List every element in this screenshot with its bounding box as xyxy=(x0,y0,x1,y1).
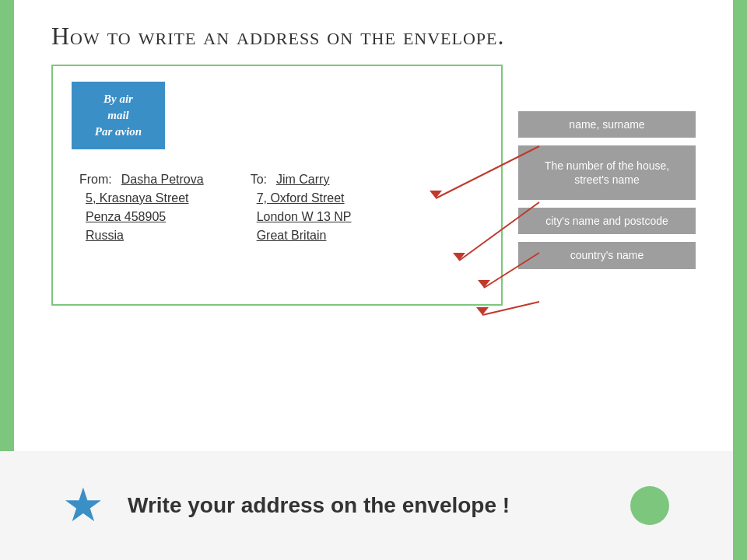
bottom-text: Write your address on the envelope ! xyxy=(128,493,510,518)
label-country: country's name xyxy=(518,242,696,268)
circle-decoration xyxy=(630,486,669,525)
label-name-surname: name, surname xyxy=(518,111,696,138)
stamp-line3: Par avion xyxy=(84,124,153,140)
from-label-row: From: Dasha Petrova xyxy=(79,173,204,187)
to-city: London W 13 NP xyxy=(257,210,352,224)
page-title: How to write an address on the envelope. xyxy=(20,0,727,65)
page: How to write an address on the envelope.… xyxy=(0,0,747,560)
to-name: Jim Carry xyxy=(276,173,329,187)
addresses-container: From: Dasha Petrova 5, Krasnaya Street P… xyxy=(72,173,482,243)
envelope-box: By air mail Par avion From: Dasha Petrov… xyxy=(51,65,503,306)
to-address: To: Jim Carry 7, Oxford Street London W … xyxy=(251,173,352,243)
to-label: To: xyxy=(251,173,267,187)
label-house-street: The number of the house, street's name xyxy=(518,145,696,200)
stamp-line1: By air xyxy=(84,91,153,107)
bottom-section: ★ Write your address on the envelope ! xyxy=(0,451,747,560)
svg-marker-7 xyxy=(476,307,489,315)
from-city: Penza 458905 xyxy=(86,210,204,224)
to-street: 7, Oxford Street xyxy=(257,191,352,205)
label-city-postcode: city's name and postcode xyxy=(518,208,696,234)
from-country: Russia xyxy=(86,229,204,243)
to-country: Great Britain xyxy=(257,229,352,243)
labels-column: name, surname The number of the house, s… xyxy=(518,111,696,269)
from-address: From: Dasha Petrova 5, Krasnaya Street P… xyxy=(79,173,204,243)
content-area: By air mail Par avion From: Dasha Petrov… xyxy=(20,65,727,306)
star-icon: ★ xyxy=(62,482,104,529)
stamp-line2: mail xyxy=(84,107,153,124)
to-label-row: To: Jim Carry xyxy=(251,173,352,187)
from-name: Dasha Petrova xyxy=(121,173,204,187)
from-label: From: xyxy=(79,173,112,187)
from-street: 5, Krasnaya Street xyxy=(86,191,204,205)
airmail-stamp: By air mail Par avion xyxy=(72,82,165,149)
